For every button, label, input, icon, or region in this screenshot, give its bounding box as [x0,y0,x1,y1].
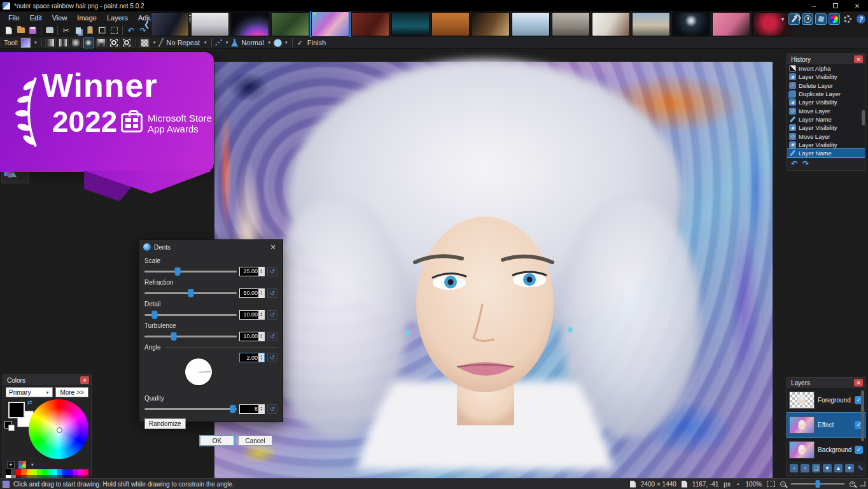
color-wheel-selector[interactable] [57,427,62,433]
quality-reset-button[interactable]: ↺ [267,404,277,414]
gradient-conical-button[interactable] [96,38,107,48]
history-item[interactable]: Layer Visibility [787,141,865,149]
close-button[interactable]: ✕ [846,0,868,11]
history-close-icon[interactable]: ✕ [854,55,863,63]
angle-spinner[interactable]: ▲▼ [258,353,264,362]
crop-button[interactable] [97,25,108,36]
zoom-out-icon[interactable]: – [780,481,786,487]
image-thumbnail[interactable] [231,12,269,36]
fill-style-button[interactable] [139,38,150,48]
print-button[interactable] [44,25,55,36]
scroll-left-icon[interactable]: ❮ [144,20,149,29]
menu-file[interactable]: File [4,13,24,23]
history-item[interactable]: Layer Visibility [787,124,865,132]
image-thumbnail[interactable] [672,12,710,36]
menu-layers[interactable]: Layers [102,13,132,23]
palette-swatch[interactable] [78,469,83,475]
history-item[interactable]: Move Layer [787,106,865,115]
detail-spinner[interactable]: ▲▼ [258,311,264,319]
history-redo-icon[interactable]: ↷ [802,159,809,168]
layers-toggle-button[interactable] [815,13,827,25]
ok-button[interactable]: OK [200,436,234,446]
image-thumbnail[interactable] [311,11,349,37]
palette-swatch[interactable] [73,469,78,475]
dialog-close-icon[interactable]: ✕ [267,243,279,252]
current-tool-button[interactable] [20,38,31,48]
cut-button[interactable]: ✂ [60,25,71,36]
layers-scrollbar[interactable] [861,390,864,441]
image-thumbnail[interactable] [472,12,510,36]
help-button[interactable]: ? [855,13,867,25]
palette-swatch[interactable] [68,469,73,475]
save-button[interactable] [27,25,38,36]
detail-slider-thumb[interactable] [151,311,157,319]
image-thumbnail[interactable] [271,12,309,36]
history-item[interactable]: Move Layer [787,132,865,140]
zoom-slider-thumb[interactable] [816,480,820,488]
layer-row[interactable]: Background ✓ [787,437,865,462]
scale-input[interactable]: 25.00▲▼ [239,267,265,276]
turbulence-slider[interactable] [144,336,237,337]
palette-swatch[interactable] [11,469,16,475]
palette-swatch[interactable] [83,469,88,475]
scale-slider[interactable] [144,271,237,273]
refraction-reset-button[interactable]: ↺ [267,288,277,298]
zoom-to-window-icon[interactable] [767,481,775,487]
quality-input[interactable]: 8▲▼ [239,404,265,414]
refraction-input[interactable]: 50.00▲▼ [239,288,265,298]
open-button[interactable] [15,25,26,36]
image-thumbnail[interactable] [191,12,229,36]
angle-dial[interactable] [185,358,212,385]
history-undo-icon[interactable]: ↶ [791,159,797,168]
layer-properties-button[interactable]: ✎ [857,464,865,472]
palette-swatch[interactable] [52,469,57,475]
colors-toggle-button[interactable] [829,13,840,25]
units-dropdown-arrow[interactable]: ▴ [736,481,741,486]
add-color-button[interactable]: + [7,461,15,469]
fill-style-dropdown-arrow[interactable]: ▾ [152,40,157,45]
history-item[interactable]: Layer Visibility [787,73,865,81]
palette-swatch[interactable] [62,469,67,475]
zoom-slider[interactable] [791,483,844,485]
maximize-button[interactable] [825,0,846,11]
dash-dropdown-arrow[interactable]: ▾ [225,40,230,45]
palette-swatch[interactable] [57,469,62,475]
primary-color-swatch[interactable] [8,402,25,418]
palette-dropdown-arrow[interactable]: ▾ [30,462,35,467]
colors-close-icon[interactable]: ✕ [80,376,89,384]
gradient-spiral-cw-button[interactable] [109,38,120,48]
turbulence-spinner[interactable]: ▲▼ [258,332,264,341]
zoom-in-icon[interactable]: + [850,481,855,487]
color-mode-select[interactable]: Primary▼ [6,387,53,397]
menu-edit[interactable]: Edit [25,13,46,23]
layer-row[interactable]: Foreground ✓ [787,388,865,413]
deselect-button[interactable] [109,25,120,36]
tools-toggle-button[interactable] [788,13,800,25]
history-scrollbar[interactable] [862,110,865,125]
turbulence-slider-thumb[interactable] [171,332,177,341]
scale-slider-thumb[interactable] [175,267,181,276]
quality-slider-thumb[interactable] [230,405,236,413]
palette-swatch[interactable] [21,469,26,475]
palette-swatch[interactable] [42,469,47,475]
palette-menu-button[interactable] [18,461,26,469]
more-button[interactable]: More >> [55,387,88,397]
cancel-button[interactable]: Cancel [238,436,272,446]
image-thumbnail[interactable] [512,12,550,36]
image-thumbnail[interactable] [552,12,590,36]
paste-button[interactable] [85,25,95,36]
turbulence-reset-button[interactable]: ↺ [267,332,277,341]
image-thumbnail[interactable] [431,12,470,36]
image-thumbnail[interactable] [391,12,430,36]
palette-swatch[interactable] [16,469,21,475]
menu-image[interactable]: Image [73,13,101,23]
swap-colors-icon[interactable]: ⇄ [27,399,32,406]
image-thumbnail[interactable] [632,12,670,36]
settings-button[interactable] [842,13,853,25]
gradient-mirror-button[interactable] [58,38,69,48]
quality-spinner[interactable]: ▲▼ [258,405,264,413]
brush-dropdown-arrow[interactable]: ▾ [284,40,289,45]
layer-visibility-checkbox[interactable]: ✓ [855,446,863,454]
units-dropdown[interactable]: px [724,481,731,488]
copy-button[interactable] [73,25,83,36]
